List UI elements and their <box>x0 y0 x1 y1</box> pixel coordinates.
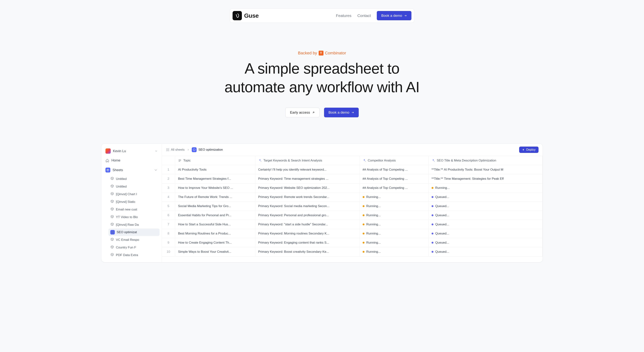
cell-keywords[interactable]: Certainly! I'll help you identify releva… <box>255 165 360 174</box>
cell-seo[interactable]: Queued... <box>428 220 543 229</box>
col-topic[interactable]: Topic <box>175 156 255 165</box>
cell-competitor[interactable]: ## Analysis of Top Competing ... <box>360 183 428 193</box>
status-running: Running... <box>432 186 450 190</box>
cell-competitor[interactable]: Running... <box>360 238 428 247</box>
breadcrumb-bar: All sheets SEO optimization Deploy <box>162 144 543 156</box>
row-number: 3 <box>162 183 175 193</box>
breadcrumb-all-sheets[interactable]: All sheets <box>166 148 185 152</box>
status-dot-icon <box>432 187 434 189</box>
cell-keywords[interactable]: Primary Keyword: Time management strateg… <box>255 174 360 183</box>
cell-keywords[interactable]: Primary Keyword: Personal and profession… <box>255 211 360 220</box>
brand[interactable]: Guse <box>232 11 259 20</box>
sidebar-sheet-item[interactable]: YT Video to Blo <box>108 213 160 221</box>
sidebar-item-sheets[interactable]: Sheets <box>104 166 160 174</box>
cell-competitor[interactable]: Running... <box>360 220 428 229</box>
cell-topic[interactable]: AI Productivity Tools <box>175 165 255 174</box>
sheet-label: SEO optimizat <box>117 230 137 234</box>
sidebar-sheet-item[interactable]: [Qinvst] Chart I <box>108 190 160 198</box>
cell-competitor[interactable]: Running... <box>360 202 428 211</box>
hero-book-demo-button[interactable]: Book a demo <box>324 108 359 117</box>
cell-keywords[interactable]: Primary Keyword: Website SEO optimizatio… <box>255 183 360 193</box>
cell-keywords[interactable]: Primary Keyword: Engaging content that r… <box>255 238 360 247</box>
cube-icon <box>110 215 114 219</box>
cell-seo[interactable]: Queued... <box>428 202 543 211</box>
data-table: Topic Target Keywords & Search Intent An… <box>162 156 543 257</box>
sheet-icon <box>192 147 196 152</box>
status-dot-icon <box>362 214 364 216</box>
arrow-up-right-icon <box>312 111 315 114</box>
col-competitor[interactable]: Competitor Analysis <box>360 156 428 165</box>
book-demo-button[interactable]: Book a demo <box>377 11 412 20</box>
cell-seo[interactable]: Queued... <box>428 193 543 202</box>
cell-topic[interactable]: How to Create Engaging Content Th... <box>175 238 255 247</box>
cell-seo[interactable]: Queued... <box>428 247 543 257</box>
cell-keywords[interactable]: Primary Keyword: "start a side hustle" S… <box>255 220 360 229</box>
sheet-label: [Qinvst] Raw Da <box>116 223 139 227</box>
backed-prefix: Backed by <box>298 51 317 55</box>
sidebar-item-home[interactable]: Home <box>104 157 160 164</box>
sidebar-sheet-item[interactable]: PDF Data Extra <box>108 251 160 259</box>
early-access-button[interactable]: Early access <box>285 108 320 117</box>
sheet-label: [Qinvst] Chart I <box>116 192 137 196</box>
nav-link-features[interactable]: Features <box>336 13 352 18</box>
col-seo[interactable]: SEO Title & Meta Description Optimizatio… <box>428 156 543 165</box>
sidebar-sheet-item[interactable]: VC Email Respo <box>108 236 160 244</box>
col-rownum <box>162 156 175 165</box>
cell-seo[interactable]: **Title:** Time Management: Strategies f… <box>428 174 543 183</box>
cell-keywords[interactable]: Primary Keyword: Remote work trends Seco… <box>255 193 360 202</box>
cell-competitor[interactable]: Running... <box>360 229 428 238</box>
table-row: 6Essential Habits for Personal and Pr...… <box>162 211 543 220</box>
deploy-button[interactable]: Deploy <box>519 147 538 153</box>
status-dot-icon <box>362 205 364 207</box>
cell-competitor[interactable]: ## Analysis of Top Competing ... <box>360 174 428 183</box>
sidebar-sheet-item[interactable]: Email new cust <box>108 206 160 213</box>
cell-keywords[interactable]: Primary Keyword: Morning routines Second… <box>255 229 360 238</box>
cell-topic[interactable]: How to Improve Your Website's SEO ... <box>175 183 255 193</box>
cell-keywords[interactable]: Primary Keyword: Boost creativity Second… <box>255 247 360 257</box>
cell-seo[interactable]: Queued... <box>428 238 543 247</box>
status-running: Running... <box>362 250 381 254</box>
sidebar-sheet-item[interactable]: Untitled <box>108 183 160 190</box>
sidebar-sheet-item[interactable]: Country Fun F <box>108 244 160 251</box>
status-queued: Queued... <box>432 223 449 226</box>
row-number: 8 <box>162 229 175 238</box>
cell-competitor[interactable]: ## Analysis of Top Competing ... <box>360 165 428 174</box>
cell-keywords[interactable]: Primary Keyword: Social media marketing … <box>255 202 360 211</box>
cell-topic[interactable]: Essential Habits for Personal and Pr... <box>175 211 255 220</box>
col-keywords[interactable]: Target Keywords & Search Intent Analysis <box>255 156 360 165</box>
cell-topic[interactable]: Social Media Marketing Tips for Gro... <box>175 202 255 211</box>
sidebar-sheet-item[interactable]: [Qinvst] Raw Da <box>108 221 160 229</box>
sidebar-sheet-item[interactable]: SEO optimizat <box>108 229 160 236</box>
status-dot-icon <box>432 242 434 244</box>
row-number: 2 <box>162 174 175 183</box>
cell-topic[interactable]: Best Morning Routines for a Produc... <box>175 229 255 238</box>
cell-topic[interactable]: Simple Ways to Boost Your Creativit... <box>175 247 255 257</box>
cell-competitor[interactable]: Running... <box>360 211 428 220</box>
cell-topic[interactable]: Best Time Management Strategies f... <box>175 174 255 183</box>
row-number: 9 <box>162 238 175 247</box>
svg-rect-1 <box>107 169 109 171</box>
sparkle-icon <box>258 159 262 162</box>
user-menu[interactable]: Kevin Lu <box>104 147 160 155</box>
cell-seo[interactable]: **Title:** AI Productivity Tools: Boost … <box>428 165 543 174</box>
arrow-right-icon <box>404 14 407 17</box>
chevron-right-icon <box>187 148 190 151</box>
sidebar-sheet-item[interactable]: Untitled <box>108 175 160 183</box>
svg-point-0 <box>236 14 236 15</box>
nav-link-contact[interactable]: Contact <box>358 13 371 18</box>
cube-icon <box>110 230 115 235</box>
cell-topic[interactable]: How to Start a Successful Side Hus... <box>175 220 255 229</box>
sidebar-sheet-item[interactable]: [Qinvst] Static <box>108 198 160 206</box>
sheet-label: PDF Data Extra <box>116 253 138 257</box>
status-running: Running... <box>362 204 381 208</box>
svg-rect-3 <box>168 148 169 149</box>
row-number: 10 <box>162 247 175 257</box>
cell-seo[interactable]: Running... <box>428 183 543 193</box>
cell-competitor[interactable]: Running... <box>360 247 428 257</box>
cell-seo[interactable]: Queued... <box>428 211 543 220</box>
cell-competitor[interactable]: Running... <box>360 193 428 202</box>
status-dot-icon <box>432 251 434 253</box>
cell-topic[interactable]: The Future of Remote Work: Trends ... <box>175 193 255 202</box>
cell-seo[interactable]: Queued... <box>428 229 543 238</box>
row-number: 5 <box>162 202 175 211</box>
